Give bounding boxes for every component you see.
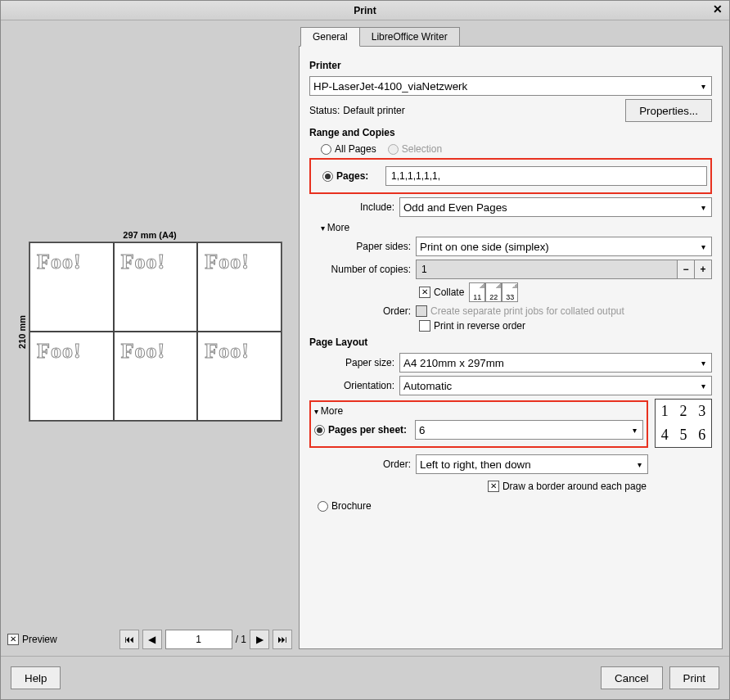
layout-heading: Page Layout bbox=[309, 336, 712, 348]
collate-label: Collate bbox=[434, 287, 464, 298]
paper-size-label: Paper size: bbox=[309, 357, 399, 368]
paper-sides-select[interactable]: Print on one side (simplex) bbox=[416, 237, 712, 256]
help-button[interactable]: Help bbox=[11, 666, 61, 689]
copies-plus[interactable]: + bbox=[694, 260, 712, 279]
selection-radio bbox=[388, 144, 399, 155]
pps-label: Pages per sheet: bbox=[328, 424, 415, 436]
printer-status-value: Default printer bbox=[343, 105, 404, 116]
pps-radio[interactable] bbox=[314, 425, 325, 436]
all-pages-radio[interactable] bbox=[321, 144, 331, 155]
collate-checkbox[interactable] bbox=[419, 287, 430, 298]
range-order-label: Order: bbox=[309, 305, 416, 317]
pages-label: Pages: bbox=[336, 170, 385, 182]
last-page-button[interactable]: ⏭ bbox=[273, 630, 292, 649]
brochure-radio[interactable] bbox=[318, 501, 328, 512]
prev-page-button[interactable]: ◀ bbox=[142, 630, 162, 649]
preview-dim-left: 210 mm bbox=[17, 315, 27, 349]
range-heading: Range and Copies bbox=[309, 127, 712, 138]
include-label: Include: bbox=[309, 201, 399, 213]
copies-minus[interactable]: − bbox=[677, 260, 695, 279]
copies-input[interactable] bbox=[416, 260, 678, 279]
titlebar: Print ✕ bbox=[1, 1, 729, 20]
layout-more-toggle[interactable]: More bbox=[314, 405, 643, 417]
separate-jobs-label: Create separate print jobs for collated … bbox=[430, 305, 624, 317]
reverse-order-label: Print in reverse order bbox=[434, 320, 525, 332]
nup-preview-icon: 123 456 bbox=[655, 399, 712, 448]
range-more-toggle[interactable]: More bbox=[321, 222, 712, 233]
layout-order-select[interactable]: Left to right, then down bbox=[416, 454, 648, 474]
include-select[interactable]: Odd and Even Pages bbox=[399, 197, 712, 217]
pages-input[interactable] bbox=[385, 166, 707, 186]
page-number-input[interactable] bbox=[165, 630, 232, 649]
preview-cell: Foo! bbox=[121, 250, 166, 274]
preview-label: Preview bbox=[22, 634, 57, 645]
preview-pane: 297 mm (A4) 210 mm Foo! Foo! Foo! Foo! F… bbox=[7, 27, 292, 649]
next-page-button[interactable]: ▶ bbox=[250, 630, 269, 649]
preview-cell: Foo! bbox=[205, 339, 250, 364]
first-page-button[interactable]: ⏮ bbox=[119, 630, 139, 649]
pages-row-highlight: Pages: bbox=[309, 158, 712, 194]
pages-radio[interactable] bbox=[322, 171, 333, 182]
print-button[interactable]: Print bbox=[669, 666, 719, 689]
tab-writer[interactable]: LibreOffice Writer bbox=[359, 27, 460, 47]
page-total: / 1 bbox=[236, 634, 246, 645]
window-title: Print bbox=[354, 5, 376, 16]
preview-cell: Foo! bbox=[121, 339, 166, 364]
border-label: Draw a border around each page bbox=[502, 481, 647, 492]
properties-button[interactable]: Properties... bbox=[625, 99, 712, 122]
collate-icon: 112233 bbox=[469, 282, 518, 302]
layout-order-label: Order: bbox=[309, 458, 416, 470]
close-icon[interactable]: ✕ bbox=[711, 3, 724, 16]
printer-select[interactable]: HP-LaserJet-4100_viaNetzwerk bbox=[309, 76, 712, 96]
dialog-footer: Help Cancel Print bbox=[1, 656, 729, 699]
pps-highlight: More Pages per sheet: 6 bbox=[309, 400, 648, 448]
paper-size-select[interactable]: A4 210mm x 297mm bbox=[399, 353, 712, 373]
preview-checkbox[interactable] bbox=[7, 634, 19, 645]
separate-jobs-checkbox[interactable] bbox=[416, 305, 427, 317]
selection-label: Selection bbox=[402, 143, 442, 155]
print-dialog: Print ✕ 297 mm (A4) 210 mm Foo! Foo! Foo… bbox=[0, 0, 730, 700]
printer-status-label: Status: bbox=[309, 105, 340, 116]
preview-dim-top: 297 mm (A4) bbox=[123, 230, 176, 240]
paper-sides-label: Paper sides: bbox=[309, 241, 416, 252]
general-panel: Printer HP-LaserJet-4100_viaNetzwerk Sta… bbox=[299, 46, 723, 649]
preview-cell: Foo! bbox=[205, 250, 250, 274]
brochure-label: Brochure bbox=[331, 500, 372, 512]
preview-cell: Foo! bbox=[37, 339, 82, 364]
orientation-label: Orientation: bbox=[309, 380, 399, 391]
cancel-button[interactable]: Cancel bbox=[601, 666, 663, 689]
border-checkbox[interactable] bbox=[488, 481, 499, 492]
all-pages-label: All Pages bbox=[335, 143, 376, 155]
pps-select[interactable]: 6 bbox=[415, 420, 643, 440]
tab-general[interactable]: General bbox=[300, 27, 360, 47]
printer-heading: Printer bbox=[309, 60, 712, 71]
copies-label: Number of copies: bbox=[309, 264, 416, 275]
preview-cell: Foo! bbox=[37, 250, 82, 274]
preview-sheet: Foo! Foo! Foo! Foo! Foo! Foo! bbox=[29, 242, 282, 422]
orientation-select[interactable]: Automatic bbox=[399, 376, 712, 395]
reverse-order-checkbox[interactable] bbox=[419, 320, 430, 332]
